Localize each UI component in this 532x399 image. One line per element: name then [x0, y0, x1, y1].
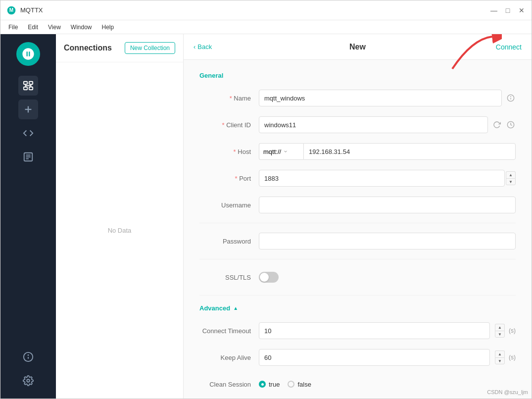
general-section-title: General	[199, 72, 516, 79]
username-row: Username	[199, 196, 516, 214]
name-info-icon[interactable]	[506, 93, 516, 103]
clean-session-row: Clean Session true false	[199, 375, 516, 393]
connections-panel: Connections New Collection No Data	[56, 34, 184, 399]
protocol-select[interactable]: mqtt://	[259, 143, 303, 160]
connect-timeout-input[interactable]	[259, 322, 490, 339]
timeout-spin-down[interactable]: ▼	[495, 331, 505, 338]
connect-timeout-label: Connect Timeout	[199, 327, 259, 335]
ssl-tls-label: SSL/TLS	[199, 274, 259, 281]
port-row: * Port ▲ ▼	[199, 169, 516, 187]
app-logo: M	[6, 5, 16, 15]
keep-alive-spin-up[interactable]: ▲	[495, 350, 505, 357]
client-id-refresh-icon[interactable]	[492, 120, 502, 130]
client-id-row: * Client ID	[199, 116, 516, 134]
svg-rect-2	[24, 82, 27, 85]
timeout-spinner: ▲ ▼	[495, 324, 505, 338]
ssl-toggle-knob	[260, 273, 269, 282]
menu-view[interactable]: View	[44, 22, 65, 33]
port-label: * Port	[199, 175, 259, 182]
password-input[interactable]	[259, 233, 516, 249]
close-button[interactable]: ✕	[518, 6, 526, 14]
sidebar-info-icon[interactable]	[18, 347, 38, 367]
port-spinner: ▲ ▼	[506, 171, 516, 185]
connect-button[interactable]: Connect	[496, 43, 522, 51]
timeout-spin-up[interactable]: ▲	[495, 324, 505, 331]
main-header: ‹ Back New Connect	[184, 34, 532, 60]
menu-help[interactable]: Help	[98, 22, 118, 33]
svg-rect-4	[24, 87, 27, 90]
sidebar-logo	[16, 42, 40, 66]
divider-2	[199, 259, 516, 259]
form-area: General * Name	[184, 60, 532, 399]
host-label: * Host	[199, 148, 259, 155]
port-group: ▲ ▼	[259, 170, 516, 187]
no-data-label: No Data	[108, 227, 132, 234]
menu-edit[interactable]: Edit	[24, 22, 42, 33]
name-input[interactable]	[259, 90, 502, 106]
sidebar-script-icon[interactable]	[18, 123, 38, 143]
connections-body: No Data	[56, 62, 183, 399]
sidebar-connections-icon[interactable]	[18, 76, 38, 96]
keep-alive-spinner: ▲ ▼	[495, 350, 505, 364]
window-controls: — □ ✕	[490, 6, 526, 14]
sidebar-add-icon[interactable]	[18, 100, 38, 119]
main-content: ‹ Back New Connect	[184, 34, 532, 399]
svg-point-20	[27, 379, 30, 382]
new-collection-button[interactable]: New Collection	[125, 42, 175, 54]
divider-3	[199, 295, 516, 296]
divider-1	[199, 223, 516, 223]
menu-bar: File Edit View Window Help	[0, 20, 532, 34]
keep-alive-row: Keep Alive ▲ ▼ (s)	[199, 349, 516, 366]
connections-header: Connections New Collection	[56, 34, 183, 62]
clean-session-radio-group: true false	[259, 381, 311, 388]
keep-alive-label: Keep Alive	[199, 354, 259, 361]
timeout-group: ▲ ▼ (s)	[259, 322, 516, 339]
keep-alive-input[interactable]	[259, 349, 490, 366]
back-button[interactable]: ‹ Back	[193, 43, 212, 50]
password-row: Password	[199, 232, 516, 250]
back-label: Back	[197, 43, 212, 50]
svg-rect-3	[29, 82, 33, 85]
keep-alive-group: ▲ ▼ (s)	[259, 349, 516, 366]
maximize-button[interactable]: □	[504, 6, 512, 14]
connections-title: Connections	[64, 44, 112, 52]
advanced-section-title[interactable]: Advanced ▲	[199, 304, 516, 312]
connect-timeout-unit: (s)	[509, 327, 516, 334]
menu-window[interactable]: Window	[67, 22, 96, 33]
client-id-label: * Client ID	[199, 121, 259, 129]
clean-session-false-option[interactable]: false	[288, 381, 311, 388]
sidebar	[0, 34, 56, 399]
keep-alive-spin-down[interactable]: ▼	[495, 357, 505, 364]
name-label: * Name	[199, 95, 259, 102]
sidebar-settings-icon[interactable]	[18, 371, 38, 391]
watermark: CSDN @szu_ljm	[487, 389, 528, 395]
app-title: MQTTX	[20, 6, 490, 14]
back-chevron: ‹	[193, 43, 195, 50]
keep-alive-unit: (s)	[509, 354, 516, 361]
password-label: Password	[199, 238, 259, 245]
clean-session-false-radio	[288, 381, 294, 388]
host-row: * Host mqtt://	[199, 143, 516, 160]
connect-timeout-row: Connect Timeout ▲ ▼ (s)	[199, 322, 516, 340]
username-input[interactable]	[259, 197, 516, 213]
menu-file[interactable]: File	[4, 22, 22, 33]
svg-rect-5	[29, 87, 33, 90]
host-group: mqtt://	[259, 143, 516, 160]
client-id-time-icon[interactable]	[506, 120, 516, 130]
minimize-button[interactable]: —	[490, 6, 498, 14]
host-input[interactable]	[303, 143, 516, 160]
port-input[interactable]	[259, 170, 505, 187]
port-spin-down[interactable]: ▼	[506, 178, 516, 185]
page-title: New	[349, 43, 366, 51]
clean-session-true-radio	[259, 381, 266, 388]
username-label: Username	[199, 201, 259, 209]
ssl-toggle[interactable]	[259, 272, 279, 283]
port-spin-up[interactable]: ▲	[506, 171, 516, 178]
advanced-chevron: ▲	[233, 305, 238, 311]
client-id-input[interactable]	[259, 116, 488, 133]
clean-session-label: Clean Session	[199, 381, 259, 388]
name-row: * Name	[199, 89, 516, 107]
title-bar: M MQTTX — □ ✕	[0, 0, 532, 20]
clean-session-true-option[interactable]: true	[259, 381, 280, 388]
sidebar-log-icon[interactable]	[18, 147, 38, 167]
